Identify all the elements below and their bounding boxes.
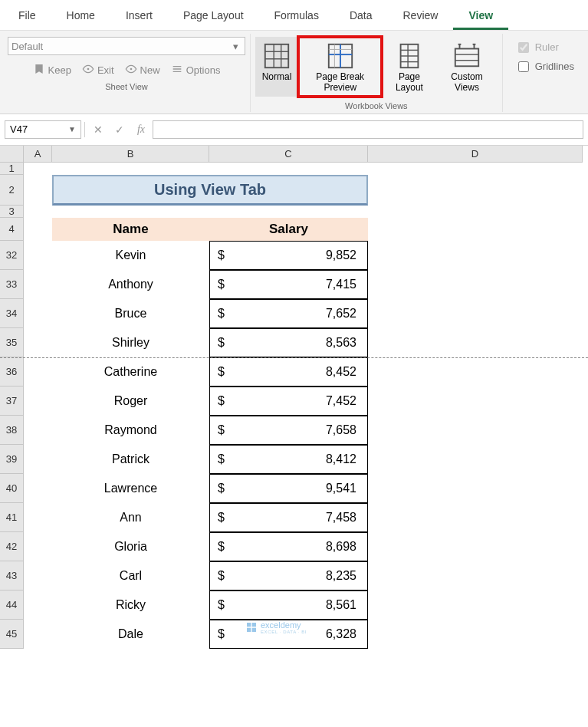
worksheet-grid[interactable]: A B C D 1 2 3 4 32 33 34 35 36 37 38 39 …: [0, 146, 588, 698]
chevron-down-icon: ▼: [68, 125, 76, 133]
table-row: Gloria$8,698: [24, 532, 583, 561]
table-row: Raymond$7,658: [24, 416, 583, 445]
row-header[interactable]: 39: [0, 445, 24, 474]
options-button[interactable]: Options: [171, 63, 221, 77]
svg-point-1: [130, 68, 132, 71]
group-label-workbookviews: Workbook Views: [345, 101, 408, 110]
header-name[interactable]: Name: [52, 218, 209, 241]
row-header[interactable]: 38: [0, 416, 24, 445]
col-header-A[interactable]: A: [24, 146, 52, 163]
normal-view-button[interactable]: Normal: [255, 37, 298, 97]
group-sheet-view: Default ▾ Keep Exit New Options Sheet Vi…: [3, 34, 251, 112]
row-header[interactable]: 34: [0, 299, 24, 328]
chevron-down-icon: ▾: [229, 41, 241, 52]
table-row: Carl$8,235: [24, 561, 583, 590]
gridlines-checkbox[interactable]: [518, 61, 529, 72]
sheet-title[interactable]: Using View Tab: [52, 175, 368, 206]
formula-bar: V47 ▼ ✕ ✓ fx: [0, 114, 588, 146]
table-row: Anthony$7,415: [24, 270, 583, 299]
row-header[interactable]: 4: [0, 218, 24, 241]
formula-input[interactable]: [153, 120, 583, 139]
bookmark-icon: [33, 63, 45, 77]
tab-home[interactable]: Home: [51, 5, 110, 30]
page-break-icon: [326, 41, 355, 71]
row-header[interactable]: 42: [0, 532, 24, 561]
cancel-icon[interactable]: ✕: [88, 120, 108, 139]
watermark: exceldemy EXCEL · DATA · BI: [245, 621, 307, 634]
table-row: Lawrence$9,541: [24, 474, 583, 503]
ribbon-tabs: File Home Insert Page Layout Formulas Da…: [0, 0, 588, 30]
tab-review[interactable]: Review: [388, 5, 454, 30]
column-headers: A B C D: [24, 146, 583, 163]
gridlines-checkbox-row[interactable]: Gridlines: [518, 61, 574, 72]
svg-rect-17: [455, 49, 478, 67]
ruler-checkbox: [518, 42, 529, 53]
row-header[interactable]: 33: [0, 270, 24, 299]
row-header[interactable]: 45: [0, 620, 24, 649]
tab-data[interactable]: Data: [334, 5, 388, 30]
normal-grid-icon: [262, 41, 291, 71]
row-header[interactable]: 32: [0, 241, 24, 270]
group-workbook-views: Normal Page Break Preview Page Layout Cu…: [251, 34, 503, 112]
row-header[interactable]: 36: [0, 357, 24, 387]
row-header[interactable]: 35: [0, 328, 24, 357]
row-header[interactable]: 3: [0, 206, 24, 218]
new-button[interactable]: New: [125, 63, 160, 77]
table-row: Catherine$8,452: [24, 357, 583, 387]
sheet-view-dropdown[interactable]: Default ▾: [8, 37, 245, 55]
ribbon-body: Default ▾ Keep Exit New Options Sheet Vi…: [0, 30, 588, 114]
row-header[interactable]: 37: [0, 387, 24, 416]
custom-views-icon: [452, 41, 481, 71]
row-header[interactable]: 1: [0, 163, 24, 175]
keep-button[interactable]: Keep: [33, 63, 71, 77]
svg-point-0: [87, 68, 90, 71]
options-icon: [171, 63, 183, 77]
page-layout-icon: [395, 41, 424, 71]
name-box[interactable]: V47 ▼: [5, 120, 81, 139]
row-headers: 1 2 3 4 32 33 34 35 36 37 38 39 40 41 42…: [0, 163, 24, 649]
svg-rect-2: [265, 44, 288, 67]
page-break-line: [0, 357, 588, 358]
cell-grid: Using View Tab NameSalary Kevin$9,852 An…: [24, 163, 583, 649]
page-break-preview-button[interactable]: Page Break Preview: [298, 37, 382, 97]
table-row: Patrick$8,412: [24, 445, 583, 474]
tab-formulas[interactable]: Formulas: [259, 5, 334, 30]
custom-views-button[interactable]: Custom Views: [436, 37, 497, 97]
row-header[interactable]: 2: [0, 175, 24, 206]
fx-icon[interactable]: fx: [131, 120, 151, 139]
tab-view[interactable]: View: [453, 5, 508, 30]
group-label-sheetview: Sheet View: [105, 82, 147, 91]
col-header-C[interactable]: C: [209, 146, 368, 163]
row-header[interactable]: 43: [0, 561, 24, 590]
eye-new-icon: [125, 63, 137, 77]
table-row: Kevin$9,852: [24, 241, 583, 270]
table-row: Roger$7,452: [24, 387, 583, 416]
header-salary[interactable]: Salary: [209, 218, 368, 241]
eye-exit-icon: [82, 63, 94, 77]
tab-page-layout[interactable]: Page Layout: [168, 5, 259, 30]
page-layout-button[interactable]: Page Layout: [382, 37, 436, 97]
select-all-corner[interactable]: [0, 146, 24, 163]
table-row: Ricky$8,561: [24, 590, 583, 620]
ruler-checkbox-row: Ruler: [518, 41, 574, 53]
exit-button[interactable]: Exit: [82, 63, 114, 77]
sheet-view-value: Default: [11, 41, 43, 52]
col-header-B[interactable]: B: [52, 146, 209, 163]
group-show: Ruler Gridlines: [503, 34, 585, 112]
tab-insert[interactable]: Insert: [110, 5, 168, 30]
tab-file[interactable]: File: [3, 5, 51, 30]
table-row: Bruce$7,652: [24, 299, 583, 328]
col-header-D[interactable]: D: [368, 146, 583, 163]
row-header[interactable]: 40: [0, 474, 24, 503]
row-header[interactable]: 41: [0, 503, 24, 532]
table-row: Shirley$8,563: [24, 328, 583, 357]
enter-icon[interactable]: ✓: [110, 120, 130, 139]
table-row: Ann$7,458: [24, 503, 583, 532]
row-header[interactable]: 44: [0, 590, 24, 620]
